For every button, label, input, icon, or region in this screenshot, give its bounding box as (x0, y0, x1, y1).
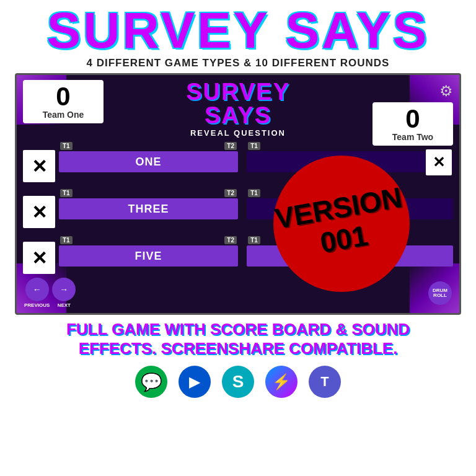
next-label: NEXT (58, 302, 71, 308)
answer-block-1-left: T1 T2 ONE (59, 142, 238, 187)
next-nav-item: → NEXT (52, 278, 76, 308)
previous-button[interactable]: ← (25, 278, 49, 301)
answer-block-3-left: T1 T2 FIVE (59, 236, 238, 281)
skype-icon[interactable]: S (222, 366, 254, 398)
main-title: SURVEY SAYS (47, 5, 430, 56)
team-two-label: Team Two (377, 132, 448, 142)
answer-block-2-left: T1 T2 THREE (59, 189, 238, 234)
t-labels-2-left: T1 T2 (59, 189, 238, 197)
t1-label-1: T1 (60, 142, 73, 150)
team-two-score: 0 (377, 106, 448, 132)
t1-label-3: T1 (60, 236, 73, 244)
x-mark-right[interactable]: ✕ (426, 149, 452, 175)
footer-line2: EFFECTS. SCREENSHARE COMPATIBLE. (66, 339, 410, 358)
next-button[interactable]: → (52, 278, 76, 301)
t-labels-3-left: T1 T2 (59, 236, 238, 244)
google-meet-icon[interactable]: 💬 (135, 366, 167, 398)
footer-text: FULL GAME WITH SCORE BOARD & SOUND EFFEC… (66, 320, 410, 358)
gear-button[interactable]: ⚙ (439, 82, 453, 100)
x-mark-right-area: ✕ (426, 149, 452, 175)
t1-label-2-right: T1 (248, 189, 260, 197)
answer-bar-2-left[interactable]: THREE (59, 198, 238, 219)
version-text: VERSION001 (273, 182, 410, 266)
game-title-text: SURVEY SAYS (110, 80, 366, 127)
app-icons: 💬 ▶ S ⚡ T (135, 366, 341, 398)
footer-line1: FULL GAME WITH SCORE BOARD & SOUND (66, 320, 410, 339)
drum-roll-button[interactable]: DRUMROLL (428, 281, 452, 305)
t2-label-1: T2 (224, 142, 237, 150)
reveal-label: REVEAL QUESTION (110, 128, 366, 138)
game-header: 0 Team One SURVEY SAYS REVEAL QUESTION ⚙… (17, 80, 459, 146)
t1-label-2: T1 (60, 189, 73, 197)
zoom-icon[interactable]: ▶ (178, 366, 211, 398)
answers-left: T1 T2 ONE T1 T2 THREE T1 T2 FIVE (59, 142, 238, 281)
drum-roll-item: DRUMROLL (428, 281, 452, 305)
team-one-score: 0 (28, 84, 99, 110)
page-wrapper: SURVEY SAYS 4 DIFFERENT GAME TYPES & 10 … (0, 0, 476, 476)
t-labels-1-left: T1 T2 (59, 142, 238, 150)
subtitle: 4 DIFFERENT GAME TYPES & 10 DIFFERENT RO… (87, 57, 390, 69)
version-badge: VERSION001 (273, 156, 410, 292)
prev-nav-item: ← PREVIOUS (24, 278, 50, 308)
game-title-center: SURVEY SAYS REVEAL QUESTION (104, 80, 372, 138)
x-mark-3[interactable]: ✕ (23, 242, 55, 274)
team-two-area: ⚙ 0 Team Two (372, 80, 453, 146)
t1-label-3-right: T1 (248, 236, 260, 244)
team-two-score-box: 0 Team Two (372, 102, 453, 146)
team-one-label: Team One (28, 110, 99, 120)
x-mark-1[interactable]: ✕ (23, 150, 55, 182)
messenger-icon[interactable]: ⚡ (265, 366, 298, 398)
team-one-score-box: 0 Team One (23, 80, 104, 123)
teams-icon[interactable]: T (309, 366, 341, 398)
nav-group: ← PREVIOUS → NEXT (24, 278, 76, 308)
t2-label-2: T2 (224, 189, 237, 197)
bottom-controls: ← PREVIOUS → NEXT DRUMROLL (17, 278, 459, 308)
x-mark-2[interactable]: ✕ (23, 196, 55, 228)
t2-label-3: T2 (224, 236, 237, 244)
prev-label: PREVIOUS (24, 302, 50, 308)
answer-bar-1-left[interactable]: ONE (59, 151, 238, 172)
answer-bar-3-left[interactable]: FIVE (59, 245, 238, 267)
x-marks-column: ✕ ✕ ✕ (23, 143, 55, 281)
game-screen: 0 Team One SURVEY SAYS REVEAL QUESTION ⚙… (15, 73, 461, 315)
t1-label-1-right: T1 (248, 142, 260, 150)
